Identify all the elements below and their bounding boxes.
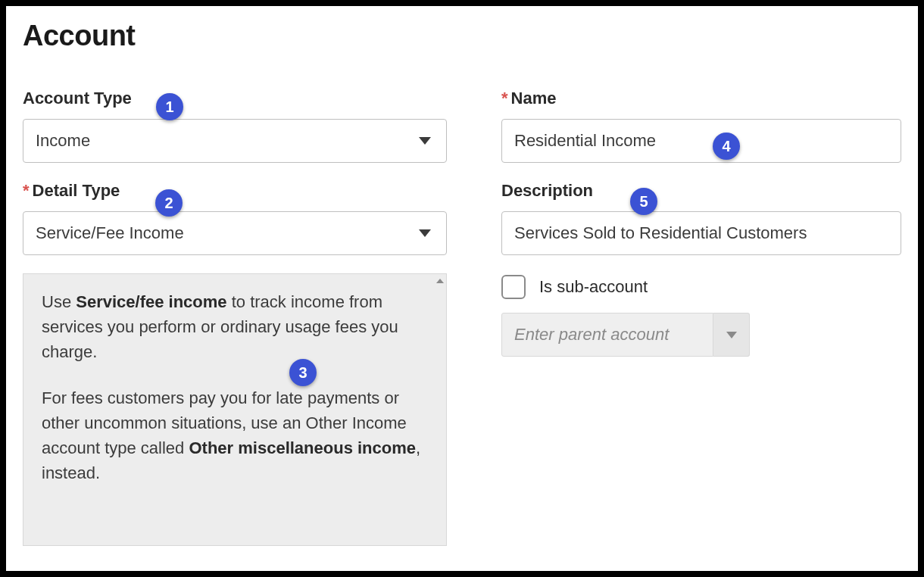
name-label-text: Name xyxy=(511,89,557,108)
required-marker: * xyxy=(23,181,30,201)
name-label: * Name xyxy=(501,89,556,108)
scroll-up-icon[interactable] xyxy=(436,279,444,283)
detail-type-value: Service/Fee Income xyxy=(36,223,184,243)
chevron-down-icon xyxy=(419,137,431,145)
description-label: Description xyxy=(501,181,593,201)
parent-account-input[interactable]: Enter parent account xyxy=(501,313,713,357)
detail-type-field: * Detail Type Service/Fee Income xyxy=(23,181,447,255)
detail-type-label: * Detail Type xyxy=(23,181,120,201)
description-field: Description Services Sold to Residential… xyxy=(501,181,901,255)
annotation-badge-1: 1 xyxy=(156,93,183,120)
name-input[interactable]: Residential Income xyxy=(501,119,901,163)
help-paragraph-1: Use Service/fee income to track income f… xyxy=(42,289,428,364)
form-columns: Account Type Income * Detail Type Servic… xyxy=(23,89,901,546)
page-title: Account xyxy=(23,20,901,52)
account-type-select[interactable]: Income xyxy=(23,119,447,163)
annotation-badge-3: 3 xyxy=(289,359,317,386)
detail-type-label-text: Detail Type xyxy=(33,181,120,201)
annotation-badge-4: 4 xyxy=(713,133,740,160)
account-type-field: Account Type Income xyxy=(23,89,447,163)
account-type-label: Account Type xyxy=(23,89,132,108)
parent-account-dropdown-button[interactable] xyxy=(713,313,750,357)
right-column: * Name Residential Income Description Se… xyxy=(501,89,901,546)
parent-account-placeholder: Enter parent account xyxy=(514,325,669,345)
detail-type-select[interactable]: Service/Fee Income xyxy=(23,211,447,255)
help-bold: Service/fee income xyxy=(76,292,226,311)
help-bold: Other miscellaneous income xyxy=(189,438,416,457)
account-type-value: Income xyxy=(36,131,90,151)
left-column: Account Type Income * Detail Type Servic… xyxy=(23,89,447,546)
annotation-badge-2: 2 xyxy=(155,189,183,217)
description-input-value: Services Sold to Residential Customers xyxy=(514,223,807,243)
sub-account-row: Is sub-account xyxy=(501,275,901,299)
name-input-value: Residential Income xyxy=(514,131,656,151)
sub-account-label: Is sub-account xyxy=(539,277,648,297)
account-dialog: Account Account Type Income * Detail Typ… xyxy=(0,0,924,577)
description-input[interactable]: Services Sold to Residential Customers xyxy=(501,211,901,255)
chevron-down-icon xyxy=(419,229,431,237)
chevron-down-icon xyxy=(726,332,737,338)
parent-account-select[interactable]: Enter parent account xyxy=(501,313,750,357)
sub-account-checkbox[interactable] xyxy=(501,275,526,299)
help-paragraph-2: For fees customers pay you for late paym… xyxy=(42,385,428,485)
help-text: Use xyxy=(42,292,76,311)
name-field: * Name Residential Income xyxy=(501,89,901,163)
annotation-badge-5: 5 xyxy=(630,188,657,215)
detail-type-help: Use Service/fee income to track income f… xyxy=(23,273,447,546)
required-marker: * xyxy=(501,89,508,108)
